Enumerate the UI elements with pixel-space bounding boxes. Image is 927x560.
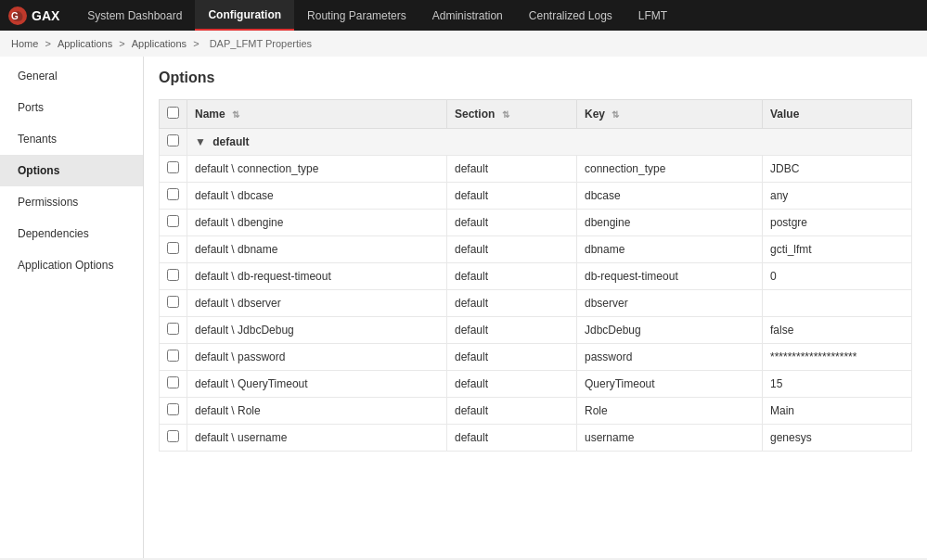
nav-configuration[interactable]: Configuration [195,0,294,31]
sidebar-item-options[interactable]: Options [0,155,143,186]
sidebar-item-tenants[interactable]: Tenants [0,123,143,155]
row-checkbox[interactable] [167,161,179,173]
row-name: default \ connection_type [187,156,447,183]
row-value [763,290,912,317]
row-checkbox-cell[interactable] [160,236,187,263]
row-checkbox-cell[interactable] [160,398,187,425]
row-checkbox[interactable] [167,323,179,335]
table-header-name[interactable]: Name ⇅ [187,100,447,129]
breadcrumb-applications-1[interactable]: Applications [58,38,112,49]
row-section: default [447,236,577,263]
row-checkbox[interactable] [167,188,179,200]
group-label-cell[interactable]: ▼ default [187,129,912,156]
row-checkbox-cell[interactable] [160,210,187,236]
table-row[interactable]: default \ usernamedefaultusernamegenesys [160,425,912,452]
table-row[interactable]: default \ JdbcDebugdefaultJdbcDebugfalse [160,317,912,344]
row-checkbox-cell[interactable] [160,183,187,210]
row-key: connection_type [577,156,763,183]
table-header-value: Value [763,100,912,129]
row-checkbox-cell[interactable] [160,156,187,183]
row-key: JdbcDebug [577,317,763,344]
row-value: 0 [763,263,912,290]
table-row[interactable]: default \ dbnamedefaultdbnamegcti_lfmt [160,236,912,263]
row-section: default [447,183,577,210]
row-checkbox-cell[interactable] [160,371,187,398]
table-row[interactable]: default \ connection_typedefaultconnecti… [160,156,912,183]
sidebar-item-dependencies[interactable]: Dependencies [0,218,143,249]
row-checkbox[interactable] [167,242,179,254]
group-label: default [212,135,249,148]
row-checkbox[interactable] [167,403,179,415]
breadcrumb-applications-2[interactable]: Applications [132,38,187,49]
row-name: default \ dbname [187,236,447,263]
row-value: ******************** [763,344,912,371]
row-value: 15 [763,371,912,398]
row-checkbox-cell[interactable] [160,344,187,371]
group-checkbox-cell[interactable] [160,129,187,156]
row-checkbox[interactable] [167,350,179,362]
row-value: genesys [763,425,912,452]
row-value: any [763,183,912,210]
nav-lfmt[interactable]: LFMT [625,0,680,31]
nav-centralized-logs[interactable]: Centralized Logs [516,0,625,31]
table-header-checkbox[interactable] [160,100,187,129]
row-key: dbserver [577,290,763,317]
row-section: default [447,317,577,344]
app-logo[interactable]: G GAX [7,6,59,26]
sidebar: General Ports Tenants Options Permission… [0,57,144,558]
sidebar-item-ports[interactable]: Ports [0,92,143,123]
nav-routing-parameters[interactable]: Routing Parameters [294,0,419,31]
table-header-key[interactable]: Key ⇅ [577,100,763,129]
sidebar-item-application-options[interactable]: Application Options [0,249,143,281]
table-row[interactable]: default \ passworddefaultpassword*******… [160,344,912,371]
row-checkbox-cell[interactable] [160,263,187,290]
row-key: dbname [577,236,763,263]
select-all-checkbox[interactable] [167,107,179,119]
row-key: password [577,344,763,371]
top-navigation: G GAX System Dashboard Configuration Rou… [0,0,927,31]
breadcrumb: Home > Applications > Applications > DAP… [0,31,927,57]
group-checkbox[interactable] [167,134,179,146]
row-checkbox[interactable] [167,215,179,227]
app-logo-text: GAX [32,8,59,23]
nav-administration[interactable]: Administration [419,0,516,31]
row-section: default [447,263,577,290]
row-name: default \ Role [187,398,447,425]
row-section: default [447,210,577,236]
row-value: gcti_lfmt [763,236,912,263]
row-key: QueryTimeout [577,371,763,398]
table-header-section[interactable]: Section ⇅ [447,100,577,129]
row-checkbox[interactable] [167,296,179,308]
group-row-default[interactable]: ▼ default [160,129,912,156]
row-name: default \ dbcase [187,183,447,210]
row-checkbox-cell[interactable] [160,425,187,452]
name-sort-icon: ⇅ [232,109,239,120]
row-name: default \ dbengine [187,210,447,236]
sidebar-item-permissions[interactable]: Permissions [0,186,143,218]
content-area: Options Name ⇅ Section ⇅ Key [144,57,927,558]
row-name: default \ password [187,344,447,371]
row-name: default \ username [187,425,447,452]
row-section: default [447,156,577,183]
section-sort-icon: ⇅ [502,109,509,120]
table-row[interactable]: default \ db-request-timeoutdefaultdb-re… [160,263,912,290]
table-row[interactable]: default \ dbserverdefaultdbserver [160,290,912,317]
row-key: db-request-timeout [577,263,763,290]
row-checkbox-cell[interactable] [160,317,187,344]
row-checkbox[interactable] [167,269,179,281]
table-row[interactable]: default \ dbenginedefaultdbenginepostgre [160,210,912,236]
svg-text:G: G [11,11,19,21]
table-row[interactable]: default \ QueryTimeoutdefaultQueryTimeou… [160,371,912,398]
sidebar-item-general[interactable]: General [0,60,143,92]
options-table: Name ⇅ Section ⇅ Key ⇅ Value [159,99,912,452]
row-name: default \ QueryTimeout [187,371,447,398]
row-checkbox-cell[interactable] [160,290,187,317]
group-expand-icon: ▼ [195,135,206,148]
table-row[interactable]: default \ dbcasedefaultdbcaseany [160,183,912,210]
table-row[interactable]: default \ RoledefaultRoleMain [160,398,912,425]
nav-system-dashboard[interactable]: System Dashboard [74,0,195,31]
row-checkbox[interactable] [167,376,179,388]
row-checkbox[interactable] [167,430,179,442]
key-sort-icon: ⇅ [612,109,619,120]
breadcrumb-home[interactable]: Home [11,38,38,49]
